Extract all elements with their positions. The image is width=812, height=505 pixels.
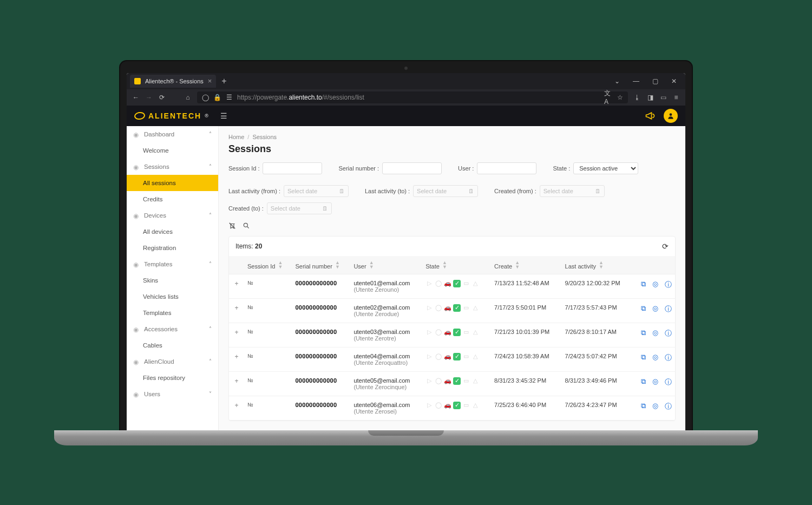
session-id-cell: № (244, 323, 292, 347)
sidebar-group-accessories[interactable]: ◉Accessories˄ (127, 321, 218, 337)
activity-from-date-input[interactable]: Select date 🗓 (284, 185, 349, 197)
created-from-date-input[interactable]: Select date 🗓 (540, 185, 605, 197)
sidebar-toggle-icon[interactable]: ☰ (220, 112, 227, 120)
translate-icon[interactable]: 文A (604, 94, 612, 101)
session-id-input[interactable] (263, 162, 322, 174)
actions-cell: ⧉◎ⓘ (632, 323, 675, 347)
open-action-icon[interactable]: ⧉ (641, 402, 646, 411)
search-icon[interactable] (243, 222, 250, 229)
view-action-icon[interactable]: ◎ (652, 377, 658, 387)
info-action-icon[interactable]: ⓘ (665, 353, 672, 363)
activity-to-date-input[interactable]: Select date 🗓 (413, 185, 478, 197)
table-row: +№000000000000utente02@email.com(Utente … (229, 298, 675, 323)
expand-row-button[interactable]: + (229, 323, 244, 347)
sidebar-item-cables[interactable]: Cables (127, 337, 218, 353)
sidebar-item-registration[interactable]: Registration (127, 240, 218, 256)
expand-row-button[interactable]: + (229, 396, 244, 420)
info-action-icon[interactable]: ⓘ (665, 329, 672, 338)
view-action-icon[interactable]: ◎ (652, 280, 658, 290)
extensions-icon[interactable]: ◨ (646, 94, 654, 101)
state-select[interactable]: Session active (573, 162, 638, 174)
url-bar[interactable]: ◯ 🔒 ☰ https://powergate.alientech.to/#/s… (197, 91, 628, 103)
sidebar-group-aliencloud[interactable]: ◉AlienCloud˄ (127, 353, 218, 370)
sidebar-item-welcome[interactable]: Welcome (127, 142, 218, 159)
activity-cell: 7/24/23 5:07:42 PM (562, 347, 633, 371)
sidebar-group-icon: ◉ (133, 212, 140, 219)
expand-row-button[interactable]: + (229, 274, 244, 298)
laptop-base (54, 430, 758, 445)
sidebar-group-label: Users (144, 391, 160, 397)
window-maximize-button[interactable]: ▢ (647, 77, 664, 85)
sidebar-group-dashboard[interactable]: ◉Dashboard˄ (127, 126, 218, 142)
reload-icon[interactable]: ⟳ (158, 94, 166, 101)
announcements-icon[interactable] (643, 109, 657, 123)
state-file-icon: ▭ (462, 304, 470, 312)
app-logo[interactable]: ALIENTECH® (134, 112, 209, 120)
table-header[interactable]: Serial number ▲▼ (292, 256, 350, 274)
sidebar-item-vehicles-lists[interactable]: Vehicles lists (127, 288, 218, 305)
sort-icon: ▲▼ (442, 260, 447, 269)
sidebar-item-skins[interactable]: Skins (127, 272, 218, 288)
sidebar-item-files-repository[interactable]: Files repository (127, 370, 218, 386)
home-icon[interactable]: ⌂ (184, 94, 192, 101)
window-close-button[interactable]: ✕ (666, 77, 682, 85)
user-cell: utente04@email.com(Utente Zeroquattro) (350, 347, 422, 371)
close-icon[interactable]: × (208, 77, 212, 85)
sidebar-item-all-devices[interactable]: All devices (127, 224, 218, 240)
clear-filters-icon[interactable] (228, 222, 236, 229)
view-action-icon[interactable]: ◎ (652, 353, 658, 363)
table-header[interactable]: Create ▲▼ (491, 256, 562, 274)
sidebar-item-all-sessions[interactable]: All sessions (127, 175, 218, 191)
window-minimize-button[interactable]: — (627, 77, 645, 85)
back-icon[interactable]: ← (132, 94, 140, 101)
open-action-icon[interactable]: ⧉ (641, 377, 646, 387)
table-header[interactable]: Last activity ▲▼ (562, 256, 633, 274)
table-header[interactable]: User ▲▼ (350, 256, 422, 274)
download-icon[interactable]: ⭳ (633, 94, 641, 101)
created-to-date-input[interactable]: Select date 🗓 (267, 202, 332, 214)
breadcrumb-home[interactable]: Home (228, 134, 244, 140)
sidebar-group-sessions[interactable]: ◉Sessions˄ (127, 159, 218, 175)
activity-cell: 7/26/23 4:23:47 PM (562, 396, 633, 420)
info-action-icon[interactable]: ⓘ (665, 280, 672, 290)
state-car-icon: 🚗 (444, 353, 451, 360)
new-tab-button[interactable]: + (218, 76, 230, 86)
open-action-icon[interactable]: ⧉ (641, 304, 646, 314)
refresh-icon[interactable]: ⟳ (662, 242, 669, 251)
expand-row-button[interactable]: + (229, 371, 244, 396)
forward-icon[interactable]: → (145, 94, 153, 101)
bookmark-icon[interactable]: ☆ (616, 94, 624, 101)
user-cell: utente02@email.com(Utente Zerodue) (350, 298, 422, 323)
browser-tab[interactable]: Alientech® - Sessions × (130, 75, 216, 88)
serial-input[interactable] (382, 162, 442, 174)
menu-icon[interactable]: ≡ (672, 94, 680, 101)
account-icon[interactable]: ▭ (659, 94, 667, 101)
view-action-icon[interactable]: ◎ (652, 329, 658, 338)
open-action-icon[interactable]: ⧉ (641, 280, 646, 290)
chevron-icon: ˄ (209, 358, 212, 364)
chevron-down-icon[interactable]: ⌄ (609, 77, 625, 85)
user-input[interactable] (477, 162, 536, 174)
sidebar-item-templates[interactable]: Templates (127, 305, 218, 321)
open-action-icon[interactable]: ⧉ (641, 353, 646, 363)
expand-row-button[interactable]: + (229, 298, 244, 323)
user-avatar[interactable] (664, 109, 678, 123)
create-cell: 7/21/23 10:01:39 PM (491, 323, 562, 347)
sidebar-item-credits[interactable]: Credits (127, 191, 218, 207)
sidebar-group-users[interactable]: ◉Users˅ (127, 386, 218, 402)
info-action-icon[interactable]: ⓘ (665, 304, 672, 314)
info-action-icon[interactable]: ⓘ (665, 377, 672, 387)
sidebar-group-devices[interactable]: ◉Devices˄ (127, 207, 218, 224)
view-action-icon[interactable]: ◎ (652, 304, 658, 314)
view-action-icon[interactable]: ◎ (652, 402, 658, 411)
open-action-icon[interactable]: ⧉ (641, 329, 646, 338)
state-warning-icon: △ (472, 329, 479, 336)
url-prefix: https://powergate. (237, 94, 289, 101)
expand-row-button[interactable]: + (229, 347, 244, 371)
table-header[interactable]: State ▲▼ (422, 256, 491, 274)
sessions-table-card: Items: 20 ⟳ Session Id ▲▼Serial number ▲… (228, 236, 676, 421)
info-action-icon[interactable]: ⓘ (665, 402, 672, 411)
sidebar-group-templates[interactable]: ◉Templates˄ (127, 256, 218, 272)
create-cell: 7/17/23 5:50:01 PM (491, 298, 562, 323)
table-header[interactable]: Session Id ▲▼ (244, 256, 292, 274)
